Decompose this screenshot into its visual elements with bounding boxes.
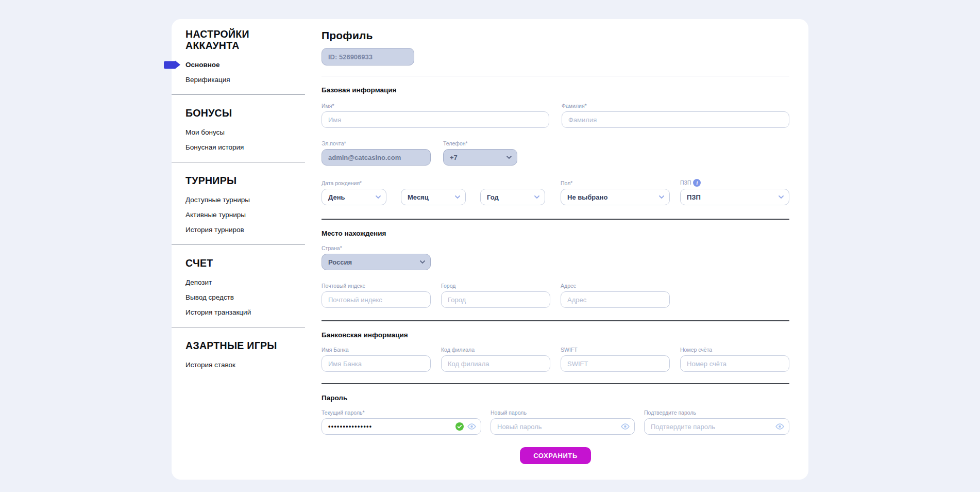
bank-name-input[interactable] bbox=[322, 355, 431, 372]
swift-label: SWIFT bbox=[561, 347, 670, 353]
swift-input[interactable] bbox=[561, 355, 670, 372]
last-name-field-group: Фамилия* bbox=[562, 103, 789, 128]
country-value: Россия bbox=[328, 258, 352, 266]
swift-field-group: SWIFT bbox=[561, 347, 670, 372]
bank-name-label: Имя Банка bbox=[322, 347, 431, 353]
pep-field-group: ПЗП i ПЗП bbox=[680, 179, 789, 205]
section-title-basic-info: Базовая информация bbox=[322, 86, 789, 94]
bank-name-field-group: Имя Банка bbox=[322, 347, 431, 372]
first-name-input[interactable] bbox=[322, 111, 549, 128]
sidebar-heading-bonuses: БОНУСЫ bbox=[185, 107, 305, 119]
sidebar-divider bbox=[172, 162, 305, 162]
sidebar-divider bbox=[172, 327, 305, 327]
eye-icon[interactable] bbox=[775, 423, 784, 430]
sidebar-item-bonus-history[interactable]: Бонусная история bbox=[185, 140, 305, 155]
sidebar-item-available-tournaments[interactable]: Доступные турниры bbox=[185, 192, 305, 207]
postcode-input[interactable] bbox=[322, 291, 431, 308]
new-password-label: Новый пароль bbox=[491, 409, 635, 416]
birth-month-field-group: Месяц bbox=[401, 189, 466, 205]
first-name-label: Имя* bbox=[322, 103, 549, 109]
new-password-input[interactable] bbox=[491, 418, 635, 435]
divider bbox=[322, 219, 789, 220]
chevron-down-icon bbox=[376, 195, 381, 199]
address-input[interactable] bbox=[561, 291, 670, 308]
sidebar-item-main[interactable]: Основное bbox=[185, 57, 305, 72]
sidebar-item-withdrawal[interactable]: Вывод средств bbox=[185, 290, 305, 305]
section-title-password: Пароль bbox=[322, 393, 789, 402]
birth-month-select[interactable]: Месяц bbox=[401, 189, 466, 205]
chevron-down-icon bbox=[534, 195, 539, 199]
sidebar-item-my-bonuses[interactable]: Мои бонусы bbox=[185, 125, 305, 140]
eye-icon[interactable] bbox=[621, 423, 630, 430]
sidebar-divider bbox=[172, 94, 305, 95]
valid-check-icon bbox=[455, 422, 464, 431]
city-label: Город bbox=[441, 283, 550, 289]
current-password-label: Текущий пароль* bbox=[322, 409, 481, 416]
chevron-down-icon bbox=[455, 195, 460, 199]
profile-main: Профиль Базовая информация Имя* Фамилия*… bbox=[305, 19, 808, 480]
sidebar-item-tournament-history[interactable]: История турниров bbox=[185, 222, 305, 237]
phone-field-group: Телефон* +7 bbox=[443, 140, 517, 166]
city-input[interactable] bbox=[441, 291, 550, 308]
sidebar-item-label: Депозит bbox=[185, 278, 212, 286]
pep-select[interactable]: ПЗП bbox=[680, 189, 789, 205]
birth-year-value: Год bbox=[487, 193, 499, 201]
email-label: Эл.почта* bbox=[322, 140, 431, 147]
sidebar-item-verification[interactable]: Верификация bbox=[185, 72, 305, 87]
sidebar-item-bet-history[interactable]: История ставок bbox=[185, 357, 305, 372]
sidebar: НАСТРОЙКИ АККАУНТА Основное Верификация … bbox=[172, 19, 305, 480]
sidebar-item-label: Доступные турниры bbox=[185, 196, 250, 204]
birth-day-field-group: Дата рождения* День bbox=[322, 180, 386, 205]
confirm-password-input[interactable] bbox=[644, 418, 789, 435]
sidebar-item-active-tournaments[interactable]: Активные турниры bbox=[185, 207, 305, 222]
sidebar-item-deposit[interactable]: Депозит bbox=[185, 275, 305, 290]
email-field bbox=[322, 149, 431, 166]
country-select[interactable]: Россия bbox=[322, 254, 431, 270]
branch-code-field-group: Код филиала bbox=[441, 347, 550, 372]
email-field-group: Эл.почта* bbox=[322, 140, 431, 166]
eye-icon[interactable] bbox=[467, 423, 476, 430]
pep-label: ПЗП i bbox=[680, 179, 789, 187]
info-icon[interactable]: i bbox=[693, 179, 701, 187]
divider bbox=[322, 383, 789, 384]
gender-select[interactable]: Не выбрано bbox=[561, 189, 670, 205]
gender-field-group: Пол* Не выбрано bbox=[561, 180, 670, 205]
section-title-bank-info: Банковская информация bbox=[322, 331, 789, 339]
sidebar-heading-account-settings: НАСТРОЙКИ АККАУНТА bbox=[185, 28, 305, 51]
user-id-field bbox=[322, 48, 414, 65]
birth-day-select[interactable]: День bbox=[322, 189, 386, 205]
phone-label: Телефон* bbox=[443, 140, 517, 147]
sidebar-item-label: История турниров bbox=[185, 226, 244, 234]
sidebar-item-label: История ставок bbox=[185, 361, 235, 369]
address-label: Адрес bbox=[561, 283, 670, 289]
last-name-input[interactable] bbox=[562, 111, 789, 128]
active-item-arrow-icon bbox=[164, 61, 175, 69]
sidebar-item-label: Активные турниры bbox=[185, 211, 246, 219]
birth-date-label: Дата рождения* bbox=[322, 180, 386, 187]
sidebar-item-label: Бонусная история bbox=[185, 143, 244, 151]
sidebar-item-transaction-history[interactable]: История транзакций bbox=[185, 305, 305, 320]
account-number-input[interactable] bbox=[680, 355, 789, 372]
sidebar-item-label: Мои бонусы bbox=[185, 128, 225, 136]
current-password-field-group: Текущий пароль* bbox=[322, 409, 481, 435]
gender-label: Пол* bbox=[561, 180, 670, 187]
chevron-down-icon bbox=[506, 156, 512, 159]
postcode-label: Почтовый индекс bbox=[322, 283, 431, 289]
city-field-group: Город bbox=[441, 283, 550, 308]
page-title: Профиль bbox=[322, 29, 789, 42]
sidebar-item-label: История транзакций bbox=[185, 308, 251, 316]
phone-code-select[interactable]: +7 bbox=[443, 149, 517, 166]
confirm-password-field-group: Подтвердите пароль bbox=[644, 409, 789, 435]
postcode-field-group: Почтовый индекс bbox=[322, 283, 431, 308]
branch-code-input[interactable] bbox=[441, 355, 550, 372]
chevron-down-icon bbox=[420, 260, 425, 264]
section-title-location: Место нахождения bbox=[322, 229, 789, 238]
phone-code-value: +7 bbox=[450, 154, 458, 161]
branch-code-label: Код филиала bbox=[441, 347, 550, 353]
sidebar-heading-account: СЧЕТ bbox=[185, 257, 305, 269]
chevron-down-icon bbox=[779, 195, 784, 199]
birth-year-select[interactable]: Год bbox=[480, 189, 545, 205]
account-number-label: Номер счёта bbox=[680, 347, 789, 353]
save-button[interactable]: СОХРАНИТЬ bbox=[520, 447, 591, 464]
account-number-field-group: Номер счёта bbox=[680, 347, 789, 372]
